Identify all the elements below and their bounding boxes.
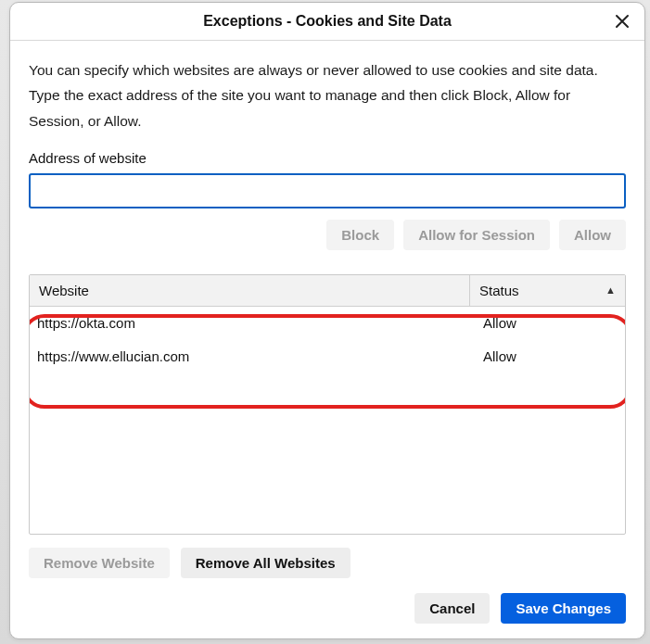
column-header-status-label: Status — [479, 283, 519, 298]
remove-all-websites-button[interactable]: Remove All Websites — [181, 548, 350, 578]
sort-asc-icon: ▲ — [605, 284, 616, 296]
close-button[interactable] — [609, 10, 635, 36]
cell-website: https://okta.com — [30, 315, 470, 331]
dialog-description: You can specify which websites are alway… — [29, 57, 626, 133]
column-header-website-label: Website — [39, 283, 89, 298]
cell-website: https://www.ellucian.com — [30, 348, 470, 364]
cell-status: Allow — [470, 315, 625, 331]
table-body: https://okta.com Allow https://www.elluc… — [30, 307, 625, 534]
dialog-footer: Cancel Save Changes — [10, 578, 644, 638]
cancel-button[interactable]: Cancel — [414, 593, 490, 624]
allow-button[interactable]: Allow — [559, 220, 626, 250]
save-changes-button[interactable]: Save Changes — [501, 593, 626, 624]
allow-for-session-button[interactable]: Allow for Session — [403, 220, 550, 250]
address-label: Address of website — [29, 150, 626, 166]
column-header-status[interactable]: Status ▲ — [470, 283, 625, 298]
cell-status: Allow — [470, 348, 625, 364]
remove-website-button[interactable]: Remove Website — [29, 548, 170, 578]
block-button[interactable]: Block — [326, 220, 394, 250]
exceptions-table: Website Status ▲ https://okta.com Allow … — [29, 274, 626, 535]
table-row[interactable]: https://www.ellucian.com Allow — [30, 340, 625, 373]
exceptions-dialog: Exceptions - Cookies and Site Data You c… — [9, 2, 645, 639]
remove-button-row: Remove Website Remove All Websites — [10, 535, 644, 578]
address-input[interactable] — [29, 173, 626, 208]
dialog-title: Exceptions - Cookies and Site Data — [203, 13, 452, 30]
close-icon — [615, 14, 630, 33]
dialog-header: Exceptions - Cookies and Site Data — [10, 3, 644, 41]
column-header-website[interactable]: Website — [30, 275, 470, 306]
table-row[interactable]: https://okta.com Allow — [30, 307, 625, 340]
dialog-body: You can specify which websites are alway… — [10, 41, 644, 273]
table-header: Website Status ▲ — [30, 275, 625, 307]
action-button-row: Block Allow for Session Allow — [29, 220, 626, 250]
